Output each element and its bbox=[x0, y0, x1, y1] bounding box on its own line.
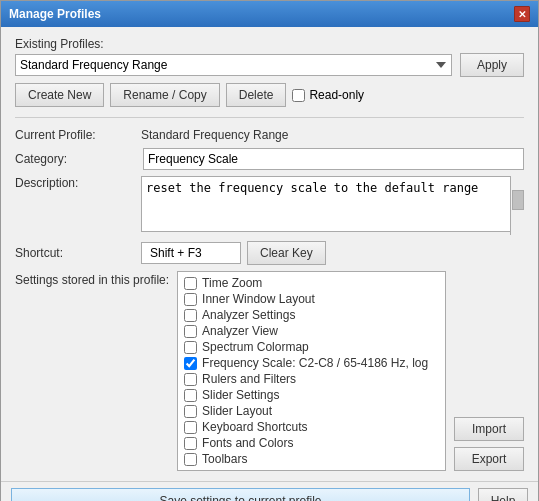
create-new-button[interactable]: Create New bbox=[15, 83, 104, 107]
label-fonts_and_colors: Fonts and Colors bbox=[202, 436, 293, 450]
settings-item-frequency_scale[interactable]: Frequency Scale: C2-C8 / 65-4186 Hz, log bbox=[184, 356, 439, 370]
scrollbar-thumb bbox=[512, 190, 524, 210]
category-label: Category: bbox=[15, 152, 135, 166]
checkbox-frequency_scale[interactable] bbox=[184, 357, 197, 370]
settings-stored-label: Settings stored in this profile: bbox=[15, 271, 169, 471]
settings-list: Time ZoomInner Window LayoutAnalyzer Set… bbox=[177, 271, 446, 471]
title-bar: Manage Profiles ✕ bbox=[1, 1, 538, 27]
settings-item-toolbars[interactable]: Toolbars bbox=[184, 452, 439, 466]
settings-item-fonts_and_colors[interactable]: Fonts and Colors bbox=[184, 436, 439, 450]
checkbox-toolbars[interactable] bbox=[184, 453, 197, 466]
save-settings-button[interactable]: Save settings to current profile bbox=[11, 488, 470, 501]
read-only-checkbox[interactable] bbox=[292, 89, 305, 102]
label-time_zoom: Time Zoom bbox=[202, 276, 262, 290]
label-spectrum_colormap: Spectrum Colormap bbox=[202, 340, 309, 354]
label-slider_layout: Slider Layout bbox=[202, 404, 272, 418]
label-toolbars: Toolbars bbox=[202, 452, 247, 466]
import-button[interactable]: Import bbox=[454, 417, 524, 441]
description-label: Description: bbox=[15, 176, 135, 190]
window-title: Manage Profiles bbox=[9, 7, 101, 21]
label-keyboard_shortcuts: Keyboard Shortcuts bbox=[202, 420, 307, 434]
checkbox-fonts_and_colors[interactable] bbox=[184, 437, 197, 450]
read-only-checkbox-label[interactable]: Read-only bbox=[292, 88, 364, 102]
checkbox-rulers_and_filters[interactable] bbox=[184, 373, 197, 386]
bottom-bar: Save settings to current profile Help bbox=[1, 481, 538, 501]
settings-item-rulers_and_filters[interactable]: Rulers and Filters bbox=[184, 372, 439, 386]
description-textarea[interactable]: reset the frequency scale to the default… bbox=[141, 176, 524, 232]
current-profile-value: Standard Frequency Range bbox=[141, 128, 288, 142]
content-area: Existing Profiles: Standard Frequency Ra… bbox=[1, 27, 538, 481]
description-scrollbar[interactable] bbox=[510, 176, 524, 235]
checkbox-analyzer_settings[interactable] bbox=[184, 309, 197, 322]
current-profile-label: Current Profile: bbox=[15, 128, 135, 142]
label-rulers_and_filters: Rulers and Filters bbox=[202, 372, 296, 386]
checkbox-analyzer_view[interactable] bbox=[184, 325, 197, 338]
help-button[interactable]: Help bbox=[478, 488, 528, 501]
settings-item-slider_layout[interactable]: Slider Layout bbox=[184, 404, 439, 418]
existing-profiles-section: Existing Profiles: Standard Frequency Ra… bbox=[15, 37, 524, 77]
action-buttons-row: Create New Rename / Copy Delete Read-onl… bbox=[15, 83, 524, 107]
label-analyzer_settings: Analyzer Settings bbox=[202, 308, 295, 322]
settings-item-analyzer_settings[interactable]: Analyzer Settings bbox=[184, 308, 439, 322]
checkbox-inner_window_layout[interactable] bbox=[184, 293, 197, 306]
shortcut-label: Shortcut: bbox=[15, 246, 135, 260]
checkbox-slider_settings[interactable] bbox=[184, 389, 197, 402]
checkbox-keyboard_shortcuts[interactable] bbox=[184, 421, 197, 434]
settings-stored-section: Settings stored in this profile: Time Zo… bbox=[15, 271, 524, 471]
import-export-buttons: Import Export bbox=[454, 271, 524, 471]
shortcut-row: Shortcut: Shift + F3 Clear Key bbox=[15, 241, 524, 265]
divider-1 bbox=[15, 117, 524, 118]
label-slider_settings: Slider Settings bbox=[202, 388, 279, 402]
settings-item-analyzer_view[interactable]: Analyzer View bbox=[184, 324, 439, 338]
settings-item-keyboard_shortcuts[interactable]: Keyboard Shortcuts bbox=[184, 420, 439, 434]
existing-profiles-label: Existing Profiles: bbox=[15, 37, 524, 51]
category-row: Category: bbox=[15, 148, 524, 170]
label-inner_window_layout: Inner Window Layout bbox=[202, 292, 315, 306]
current-profile-row: Current Profile: Standard Frequency Rang… bbox=[15, 128, 524, 142]
read-only-label: Read-only bbox=[309, 88, 364, 102]
description-wrapper: reset the frequency scale to the default… bbox=[141, 176, 524, 235]
delete-button[interactable]: Delete bbox=[226, 83, 287, 107]
profiles-dropdown-row: Standard Frequency Range Apply bbox=[15, 53, 524, 77]
close-button[interactable]: ✕ bbox=[514, 6, 530, 22]
category-input[interactable] bbox=[143, 148, 524, 170]
shortcut-value: Shift + F3 bbox=[141, 242, 241, 264]
checkbox-time_zoom[interactable] bbox=[184, 277, 197, 290]
label-analyzer_view: Analyzer View bbox=[202, 324, 278, 338]
label-frequency_scale: Frequency Scale: C2-C8 / 65-4186 Hz, log bbox=[202, 356, 428, 370]
clear-key-button[interactable]: Clear Key bbox=[247, 241, 326, 265]
settings-item-spectrum_colormap[interactable]: Spectrum Colormap bbox=[184, 340, 439, 354]
checkbox-slider_layout[interactable] bbox=[184, 405, 197, 418]
settings-item-inner_window_layout[interactable]: Inner Window Layout bbox=[184, 292, 439, 306]
apply-button[interactable]: Apply bbox=[460, 53, 524, 77]
profiles-dropdown[interactable]: Standard Frequency Range bbox=[15, 54, 452, 76]
settings-item-slider_settings[interactable]: Slider Settings bbox=[184, 388, 439, 402]
rename-copy-button[interactable]: Rename / Copy bbox=[110, 83, 219, 107]
export-button[interactable]: Export bbox=[454, 447, 524, 471]
description-row: Description: reset the frequency scale t… bbox=[15, 176, 524, 235]
settings-item-time_zoom[interactable]: Time Zoom bbox=[184, 276, 439, 290]
manage-profiles-window: Manage Profiles ✕ Existing Profiles: Sta… bbox=[0, 0, 539, 501]
checkbox-spectrum_colormap[interactable] bbox=[184, 341, 197, 354]
